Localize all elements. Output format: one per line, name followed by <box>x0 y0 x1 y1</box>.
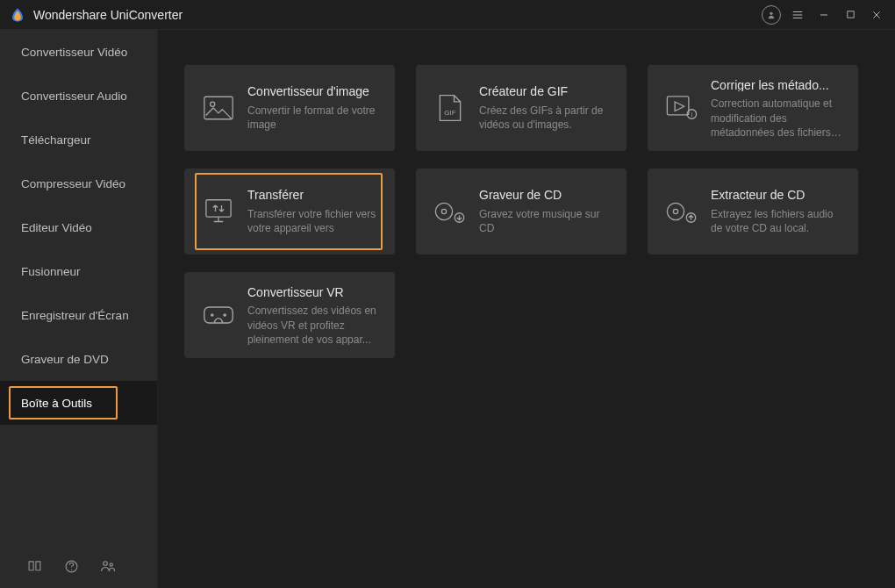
card-row: Convertisseur d'image Convertir le forma… <box>184 65 869 151</box>
svg-rect-1 <box>847 11 853 18</box>
sidebar-item-label: Enregistreur d'Écran <box>21 309 129 322</box>
tool-card-cd-burner[interactable]: Graveur de CD Gravez votre musique sur C… <box>416 169 626 255</box>
svg-text:GIF: GIF <box>444 109 455 117</box>
card-desc: Transférer votre fichier vers votre appa… <box>247 207 383 235</box>
close-button[interactable] <box>863 2 890 28</box>
sidebar-item-merger[interactable]: Fusionneur <box>0 249 157 293</box>
svg-point-20 <box>211 313 214 317</box>
sidebar-item-label: Téléchargeur <box>21 133 91 147</box>
sidebar-item-label: Graveur de DVD <box>21 353 109 366</box>
svg-point-14 <box>441 209 446 213</box>
tool-card-image-converter[interactable]: Convertisseur d'image Convertir le forma… <box>184 65 395 151</box>
svg-rect-9 <box>667 97 689 115</box>
hamburger-menu-button[interactable] <box>784 2 811 28</box>
card-title: Corriger les métado... <box>711 78 846 91</box>
sidebar-list: Convertisseur Vidéo Convertisseur Audio … <box>0 30 157 544</box>
sidebar-item-label: Boîte à Outils <box>21 397 92 410</box>
svg-point-5 <box>110 563 112 566</box>
card-title: Extracteur de CD <box>711 188 846 202</box>
user-account-button[interactable] <box>758 2 784 28</box>
card-desc: Correction automatique et modification d… <box>711 97 846 138</box>
minimize-button[interactable] <box>811 2 837 28</box>
cd-burn-icon <box>428 182 472 241</box>
svg-point-7 <box>211 102 215 106</box>
tool-card-fix-metadata[interactable]: i Corriger les métado... Correction auto… <box>648 65 858 151</box>
card-title: Transférer <box>247 188 383 202</box>
tool-card-cd-ripper[interactable]: Extracteur de CD Extrayez les fichiers a… <box>648 169 858 255</box>
sidebar-item-label: Compresseur Vidéo <box>21 177 125 190</box>
help-icon[interactable] <box>63 558 79 574</box>
gif-icon: GIF <box>428 78 472 138</box>
svg-point-21 <box>223 313 226 317</box>
svg-rect-12 <box>206 200 231 217</box>
guide-icon[interactable] <box>26 558 42 574</box>
image-icon <box>197 78 240 138</box>
svg-point-3 <box>70 569 71 570</box>
card-desc: Convertissez des vidéos en vidéos VR et … <box>247 304 383 345</box>
card-title: Convertisseur VR <box>247 285 383 298</box>
user-icon <box>762 5 781 25</box>
cd-rip-icon <box>660 182 704 241</box>
svg-point-0 <box>770 11 772 14</box>
card-row: Transférer Transférer votre fichier vers… <box>184 169 869 255</box>
svg-rect-19 <box>204 307 233 323</box>
sidebar-item-label: Editeur Vidéo <box>21 221 92 234</box>
card-title: Convertisseur d'image <box>247 84 383 98</box>
app-logo <box>9 6 26 24</box>
sidebar-item-video-editor[interactable]: Editeur Vidéo <box>0 205 157 249</box>
metadata-icon: i <box>660 78 704 138</box>
titlebar: Wondershare UniConverter <box>0 0 895 30</box>
sidebar-item-dvd-burner[interactable]: Graveur de DVD <box>0 337 157 381</box>
vr-icon <box>197 285 240 345</box>
transfer-icon <box>197 182 240 241</box>
svg-point-13 <box>435 203 452 219</box>
tool-card-gif-maker[interactable]: GIF Créateur de GIF Créez des GIFs à par… <box>416 65 626 151</box>
card-desc: Convertir le format de votre image <box>247 104 383 132</box>
card-desc: Gravez votre musique sur CD <box>479 207 614 235</box>
card-row: Convertisseur VR Convertissez des vidéos… <box>184 272 869 358</box>
tool-card-transfer[interactable]: Transférer Transférer votre fichier vers… <box>184 169 395 255</box>
sidebar-item-screen-recorder[interactable]: Enregistreur d'Écran <box>0 293 157 337</box>
community-icon[interactable] <box>100 558 116 574</box>
card-title: Créateur de GIF <box>479 84 614 98</box>
card-desc: Extrayez les fichiers audio de votre CD … <box>711 207 846 235</box>
tool-card-vr-converter[interactable]: Convertisseur VR Convertissez des vidéos… <box>184 272 395 358</box>
sidebar-item-label: Convertisseur Vidéo <box>21 46 127 59</box>
sidebar-footer <box>0 544 157 588</box>
content-area: Convertisseur Vidéo Convertisseur Audio … <box>0 30 895 588</box>
main-panel: Convertisseur d'image Convertir le forma… <box>158 30 895 588</box>
card-desc: Créez des GIFs à partir de vidéos ou d'i… <box>479 104 614 132</box>
svg-point-17 <box>673 209 677 213</box>
card-title: Graveur de CD <box>479 188 614 202</box>
sidebar-item-video-converter[interactable]: Convertisseur Vidéo <box>0 30 157 74</box>
maximize-button[interactable] <box>837 2 863 28</box>
app-title: Wondershare UniConverter <box>33 8 183 22</box>
sidebar-item-toolbox[interactable]: Boîte à Outils <box>0 381 157 425</box>
sidebar-item-label: Convertisseur Audio <box>21 90 127 103</box>
svg-point-4 <box>104 562 108 566</box>
sidebar: Convertisseur Vidéo Convertisseur Audio … <box>0 30 158 588</box>
sidebar-item-downloader[interactable]: Téléchargeur <box>0 118 157 161</box>
svg-point-16 <box>667 203 684 219</box>
svg-text:i: i <box>691 111 693 118</box>
sidebar-item-label: Fusionneur <box>21 265 81 278</box>
sidebar-item-audio-converter[interactable]: Convertisseur Audio <box>0 74 157 118</box>
sidebar-item-video-compressor[interactable]: Compresseur Vidéo <box>0 161 157 205</box>
